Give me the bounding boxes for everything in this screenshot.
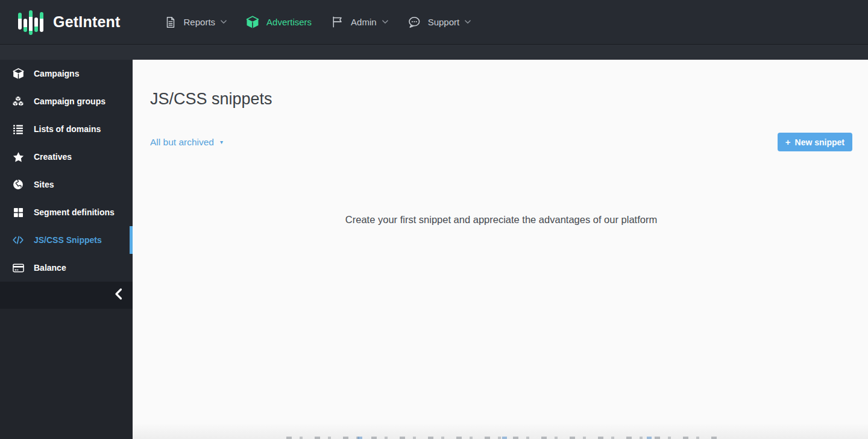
credit-card-icon (10, 262, 26, 274)
getintent-logo-icon (18, 8, 44, 36)
support-chat-icon (407, 15, 421, 30)
advertisers-cube-icon (245, 15, 260, 30)
sidebar-item-creatives[interactable]: Creatives (0, 143, 133, 171)
sidebar-item-label: Campaigns (34, 69, 79, 78)
nav-item-label: Admin (351, 17, 377, 27)
footer-clipped-text (286, 437, 717, 439)
nav-item-label: Advertisers (266, 17, 312, 27)
nav-item-support[interactable]: Support (407, 15, 471, 30)
sidebar-item-segment-definitions[interactable]: Segment definitions (0, 198, 133, 226)
sidebar-item-js-css-snippets[interactable]: JS/CSS Snippets (0, 226, 133, 254)
page-title: JS/CSS snippets (150, 90, 852, 109)
sidebar-item-label: Sites (34, 180, 54, 189)
reports-document-icon (164, 16, 177, 29)
sidebar-collapse-button[interactable] (0, 282, 133, 309)
sidebar-item-label: Segment definitions (34, 207, 115, 217)
nav-item-reports[interactable]: Reports (164, 16, 227, 29)
chevron-down-icon (465, 20, 471, 24)
chevron-left-icon (114, 288, 122, 303)
new-snippet-button-label: New snippet (795, 137, 844, 147)
caret-down-icon: ▾ (220, 139, 223, 145)
sidebar-item-label: Lists of domains (34, 124, 101, 134)
grid-icon (10, 207, 26, 218)
code-icon (10, 233, 26, 247)
star-icon (10, 151, 26, 163)
filter-selected-label: All but archived (150, 137, 214, 148)
brand-name: GetIntent (53, 13, 121, 31)
nav-item-advertisers[interactable]: Advertisers (245, 15, 312, 30)
sidebar-item-lists-of-domains[interactable]: Lists of domains (0, 115, 133, 143)
list-icon (10, 123, 26, 135)
sidebar-item-label: JS/CSS Snippets (34, 235, 102, 245)
sidebar-item-label: Creatives (34, 152, 72, 162)
empty-state-message: Create your first snippet and appreciate… (150, 214, 852, 226)
cubes-icon (10, 95, 26, 108)
sidebar-item-label: Campaign groups (34, 96, 105, 106)
toolbar: All but archived ▾ + New snippet (150, 133, 852, 151)
sidebar-item-campaign-groups[interactable]: Campaign groups (0, 87, 133, 115)
nav-item-label: Reports (184, 17, 216, 27)
plus-icon: + (785, 137, 791, 147)
topbar-subband (0, 44, 868, 60)
sidebar-item-sites[interactable]: Sites (0, 171, 133, 198)
archive-filter-dropdown[interactable]: All but archived ▾ (150, 137, 223, 148)
top-navigation: Reports Advertisers (164, 15, 471, 30)
globe-icon (10, 178, 26, 191)
main-content: JS/CSS snippets All but archived ▾ + New… (133, 60, 868, 439)
sidebar: Campaigns Campaign groups (0, 60, 133, 439)
sidebar-empty-area (0, 309, 133, 439)
sidebar-item-balance[interactable]: Balance (0, 254, 133, 282)
topbar: GetIntent Reports (0, 0, 868, 44)
nav-item-admin[interactable]: Admin (330, 15, 388, 29)
sidebar-item-label: Balance (34, 263, 66, 273)
admin-flag-icon (330, 15, 344, 29)
nav-item-label: Support (428, 17, 460, 27)
new-snippet-button[interactable]: + New snippet (778, 133, 852, 151)
chevron-down-icon (382, 20, 388, 24)
sidebar-item-campaigns[interactable]: Campaigns (0, 60, 133, 87)
chevron-down-icon (221, 20, 227, 24)
cube-icon (10, 68, 26, 80)
app-window: GetIntent Reports (0, 0, 868, 439)
logo[interactable]: GetIntent (18, 8, 121, 36)
